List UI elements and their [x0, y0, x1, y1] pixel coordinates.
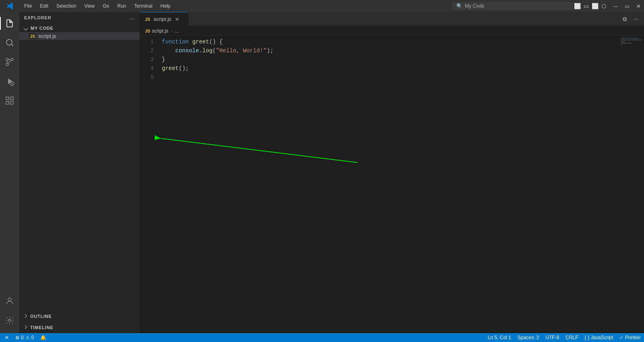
sidebar-bottom: OUTLINE TIMELINE: [19, 311, 140, 333]
menu-run[interactable]: Run: [113, 2, 130, 10]
activity-item-extensions[interactable]: [0, 91, 19, 110]
chevron-down-icon: [23, 26, 28, 30]
sidebar-more-actions-button[interactable]: ...: [130, 15, 135, 20]
x-icon: ✕: [5, 335, 9, 340]
js-file-icon: JS: [29, 33, 36, 39]
toggle-panel-button[interactable]: ▭: [582, 2, 590, 10]
timeline-header[interactable]: TIMELINE: [19, 323, 140, 332]
main-container: EXPLORER ... MY CODE JS script.js OUTLIN…: [0, 12, 644, 333]
titlebar: File Edit Selection View Go Run Terminal…: [0, 0, 644, 12]
source-control-icon: [5, 57, 14, 67]
line-number-2: 2: [140, 46, 157, 55]
svg-rect-12: [10, 97, 13, 100]
svg-point-16: [8, 319, 11, 321]
source-control-status[interactable]: ✕: [2, 333, 12, 342]
outline-header[interactable]: OUTLINE: [19, 312, 140, 320]
tab-script-js[interactable]: JS script.js ✕: [140, 12, 188, 26]
global-search-bar[interactable]: 🔍 My Code: [452, 2, 573, 10]
search-icon: [5, 38, 14, 47]
bell-icon: 🔔: [40, 335, 46, 340]
menu-view[interactable]: View: [80, 2, 99, 10]
svg-rect-13: [6, 101, 9, 104]
outline-label: OUTLINE: [30, 314, 52, 319]
explorer-section: MY CODE JS script.js: [19, 23, 140, 41]
line-endings[interactable]: CRLF: [562, 333, 581, 342]
breadcrumb-js-icon: JS: [145, 29, 150, 33]
tab-label: script.js: [153, 16, 171, 22]
code-line-2: console.log("Hello, World!");: [160, 46, 620, 55]
activity-item-explorer[interactable]: [0, 14, 19, 33]
close-button[interactable]: ✕: [633, 0, 644, 12]
line-number-1: 1: [140, 37, 157, 46]
formatter-status[interactable]: ✓ Prettier: [616, 333, 644, 342]
line-number-3: 3: [140, 55, 157, 64]
chevron-right-icon: [23, 314, 27, 318]
prettier-icon: ✓: [619, 335, 623, 340]
menu-go[interactable]: Go: [99, 2, 113, 10]
menu-terminal[interactable]: Terminal: [130, 2, 156, 10]
encoding-text: UTF-8: [545, 335, 559, 340]
cursor-position-text: Ln 5, Col 1: [488, 335, 511, 340]
sidebar-title: EXPLORER: [24, 15, 52, 20]
restore-button[interactable]: ▭: [621, 0, 633, 12]
file-item-script-js[interactable]: JS script.js: [19, 32, 140, 40]
editor-area: JS script.js ✕ ⧉ ··· JS script.js › ... …: [140, 12, 644, 333]
status-bar-right: Ln 5, Col 1 Spaces: 2 UTF-8 CRLF { } Jav…: [485, 333, 644, 342]
line-number-5: 5: [140, 73, 157, 82]
folder-header[interactable]: MY CODE: [19, 24, 140, 32]
outline-section: OUTLINE: [19, 311, 140, 322]
activity-item-source-control[interactable]: [0, 52, 19, 72]
account-icon: [5, 296, 14, 306]
line-endings-text: CRLF: [566, 335, 578, 340]
split-editor-right-button[interactable]: ⧉: [620, 14, 630, 24]
code-line-4: greet();: [160, 64, 620, 73]
settings-icon: [5, 315, 14, 325]
sidebar-actions: ...: [130, 15, 135, 20]
line-number-4: 4: [140, 64, 157, 73]
extensions-icon: [5, 96, 14, 105]
code-line-5: [160, 73, 620, 82]
code-line-3: }: [160, 55, 620, 64]
code-editor[interactable]: 1 2 3 4 5 function greet() { console.log…: [140, 36, 644, 333]
activity-item-account[interactable]: [0, 291, 19, 311]
activity-item-run-debug[interactable]: [0, 72, 19, 91]
breadcrumb-symbol[interactable]: ...: [175, 28, 179, 34]
chevron-right-icon-2: [23, 325, 27, 329]
menu-edit[interactable]: Edit: [36, 2, 52, 10]
encoding[interactable]: UTF-8: [542, 333, 562, 342]
activity-bar: [0, 12, 19, 333]
language-mode[interactable]: { } JavaScript: [582, 333, 617, 342]
error-icon: ⊗: [15, 335, 19, 340]
files-icon: [5, 19, 14, 28]
svg-rect-11: [6, 97, 9, 100]
errors-count[interactable]: ⊗ 0 ⚠ 0: [12, 333, 37, 342]
activity-item-settings[interactable]: [0, 311, 19, 330]
sidebar-header: EXPLORER ...: [19, 12, 140, 23]
minimize-button[interactable]: ─: [610, 0, 621, 12]
more-editor-actions-button[interactable]: ···: [631, 14, 641, 24]
indentation-text: Spaces: 2: [518, 335, 539, 340]
timeline-section: TIMELINE: [19, 322, 140, 333]
toggle-primary-sidebar-button[interactable]: ⬜: [573, 2, 581, 10]
cursor-position[interactable]: Ln 5, Col 1: [485, 333, 514, 342]
activity-item-search[interactable]: [0, 33, 19, 52]
menu-help[interactable]: Help: [157, 2, 175, 10]
folder-name: MY CODE: [31, 26, 54, 31]
svg-rect-14: [10, 101, 13, 104]
indentation[interactable]: Spaces: 2: [514, 333, 542, 342]
warning-count-text: 0: [31, 335, 34, 340]
search-placeholder-text: My Code: [465, 3, 484, 9]
vscode-logo-icon: [6, 2, 14, 10]
customize-layout-button[interactable]: ⬜: [591, 2, 599, 10]
run-icon: [5, 76, 14, 86]
split-editor-button[interactable]: ⬡: [600, 2, 608, 10]
app-icon-area: [0, 2, 20, 10]
breadcrumb-file[interactable]: script.js: [152, 28, 168, 34]
tab-bar-actions: ⧉ ···: [617, 12, 644, 26]
tab-close-button[interactable]: ✕: [175, 16, 180, 23]
notifications-bell[interactable]: 🔔: [37, 333, 50, 342]
code-content[interactable]: function greet() { console.log("Hello, W…: [160, 36, 620, 333]
js-tab-icon: JS: [145, 17, 150, 22]
menu-selection[interactable]: Selection: [52, 2, 80, 10]
menu-file[interactable]: File: [20, 2, 36, 10]
